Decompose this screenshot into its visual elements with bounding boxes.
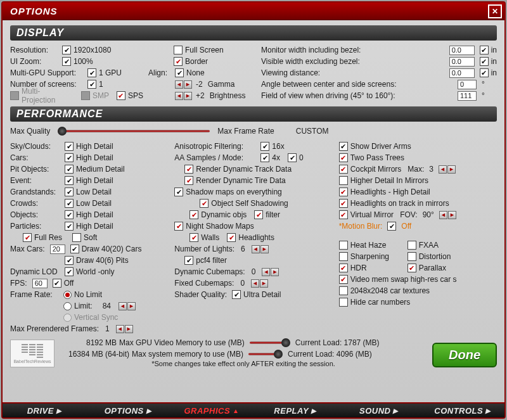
viewdist-unit-cb[interactable] xyxy=(480,68,489,77)
hdr-cb[interactable] xyxy=(339,264,348,272)
fxaa-label: FXAA xyxy=(419,241,439,250)
uizoom-checkbox[interactable] xyxy=(62,57,71,66)
soft-cb[interactable] xyxy=(72,233,81,242)
vmem-label: Video mem swap high-res car s xyxy=(350,275,457,284)
angle-value[interactable]: 0 xyxy=(458,80,477,89)
tab-sound[interactable]: SOUND▶ xyxy=(337,404,421,417)
limit-radio[interactable] xyxy=(63,302,72,310)
distortion-cb[interactable] xyxy=(408,252,416,261)
align-checkbox[interactable] xyxy=(175,68,184,77)
pit-value: Medium Detail xyxy=(76,165,125,174)
tab-replay[interactable]: REPLAY▶ xyxy=(254,404,337,417)
brightness-spinner[interactable]: ◄► xyxy=(175,92,192,100)
cockpit-spinner[interactable]: ◄► xyxy=(439,165,456,174)
tab-options[interactable]: OPTIONS▶ xyxy=(86,404,170,417)
limit-spinner[interactable]: ◄► xyxy=(119,302,136,310)
aniso-cb[interactable] xyxy=(260,142,269,151)
prerender-spinner[interactable]: ◄► xyxy=(116,325,133,333)
fullscreen-checkbox[interactable] xyxy=(174,46,183,54)
twopass-cb[interactable] xyxy=(339,153,348,162)
sharpening-label: Sharpening xyxy=(350,252,405,261)
dynobj-cb[interactable] xyxy=(189,210,198,219)
dcube-spinner[interactable]: ◄► xyxy=(262,268,279,276)
vsync-label: Vertical Sync xyxy=(74,313,118,322)
event-label: Event: xyxy=(10,176,62,185)
sharpening-cb[interactable] xyxy=(339,252,348,261)
sysmem-slider[interactable] xyxy=(248,353,280,355)
hltrack-cb[interactable] xyxy=(339,199,348,208)
mon-bezel-unit-cb[interactable] xyxy=(480,46,489,54)
tex2048-cb[interactable] xyxy=(339,286,348,295)
motionblur-cb[interactable] xyxy=(387,222,396,231)
filter-cb[interactable] xyxy=(254,210,263,219)
tab-controls[interactable]: CONTROLS▶ xyxy=(421,404,504,417)
higherdetail-cb[interactable] xyxy=(339,176,348,185)
particles-cb[interactable] xyxy=(65,222,74,231)
crowds-cb[interactable] xyxy=(65,199,74,208)
grand-cb[interactable] xyxy=(65,188,74,196)
gpumem-slider[interactable] xyxy=(250,341,288,344)
fpsoff-cb[interactable] xyxy=(53,279,61,288)
numlights-spinner[interactable]: ◄► xyxy=(252,245,269,253)
nolimit-radio[interactable] xyxy=(63,291,72,299)
cockpit-max-label: Max: xyxy=(408,165,424,174)
viewdist-value[interactable]: 0.0 xyxy=(449,68,475,78)
driverarms-cb[interactable] xyxy=(339,142,348,151)
heathaze-cb[interactable] xyxy=(339,241,348,250)
performance-header: PERFORMANCE xyxy=(10,106,497,122)
oss-cb[interactable] xyxy=(200,199,209,208)
fcube-value: 0 xyxy=(240,279,245,288)
dlod-cb[interactable] xyxy=(65,267,74,276)
walls-cb[interactable] xyxy=(189,233,198,242)
nsm-cb[interactable] xyxy=(174,222,183,231)
fxaa-cb[interactable] xyxy=(408,241,416,250)
event-cb[interactable] xyxy=(65,176,74,185)
gamma-spinner[interactable]: ◄► xyxy=(175,80,192,89)
multigpu-checkbox[interactable] xyxy=(87,68,96,77)
vis-bezel-value[interactable]: 0.0 xyxy=(449,57,475,67)
parallax-cb[interactable] xyxy=(408,264,416,272)
hlhd-cb[interactable] xyxy=(339,188,348,196)
vmirror-fov-label: FOV: xyxy=(400,210,418,219)
vmirror-cb[interactable] xyxy=(339,210,348,219)
hidecar-cb[interactable] xyxy=(339,298,348,307)
draw406-cb[interactable] xyxy=(65,256,74,265)
shadowmaps-cb[interactable] xyxy=(174,188,183,196)
cars-cb[interactable] xyxy=(65,153,74,162)
objects-cb[interactable] xyxy=(65,210,74,219)
border-checkbox[interactable] xyxy=(174,57,183,66)
framerate-label: Frame Rate: xyxy=(10,290,61,299)
shaderq-cb[interactable] xyxy=(232,290,241,299)
filter-label: filter xyxy=(266,210,280,219)
done-button[interactable]: Done xyxy=(432,343,497,367)
rdtire-cb[interactable] xyxy=(184,176,193,185)
rdtd-cb[interactable] xyxy=(184,165,193,174)
sky-cb[interactable] xyxy=(65,142,74,151)
cockpit-cb[interactable] xyxy=(339,165,348,174)
limit-value: 84 xyxy=(103,302,111,310)
quality-slider[interactable] xyxy=(58,130,210,132)
vmem-cb[interactable] xyxy=(339,275,348,284)
draw4020-cb[interactable] xyxy=(70,245,79,253)
pcf4-cb[interactable] xyxy=(184,256,193,265)
fullres-cb[interactable] xyxy=(23,233,32,242)
tab-graphics[interactable]: GRAPHICS▲ xyxy=(170,404,254,417)
mon-bezel-value[interactable]: 0.0 xyxy=(449,46,475,55)
maxcars-value[interactable]: 20 xyxy=(50,245,65,254)
sps-checkbox[interactable] xyxy=(117,91,125,100)
vis-bezel-unit-cb[interactable] xyxy=(480,57,489,66)
tab-drive[interactable]: DRIVE▶ xyxy=(3,404,86,417)
numscreens-checkbox[interactable] xyxy=(87,80,96,89)
heathaze-label: Heat Haze xyxy=(350,241,405,250)
aa-samples-cb[interactable] xyxy=(260,153,269,162)
aa-mode-cb[interactable] xyxy=(288,153,297,162)
vmirror-spinner[interactable]: ◄► xyxy=(439,211,456,219)
headlights-cb[interactable] xyxy=(227,233,236,242)
content-area: DISPLAY Resolution:1920x1080 UI Zoom:100… xyxy=(3,20,504,370)
fov-value[interactable]: 111 xyxy=(458,91,477,101)
fcube-spinner[interactable]: ◄► xyxy=(251,279,268,288)
resolution-checkbox[interactable] xyxy=(62,46,71,54)
close-button[interactable]: ✕ xyxy=(488,4,502,18)
pit-cb[interactable] xyxy=(65,165,74,174)
fps-value[interactable]: 60 xyxy=(32,279,48,288)
